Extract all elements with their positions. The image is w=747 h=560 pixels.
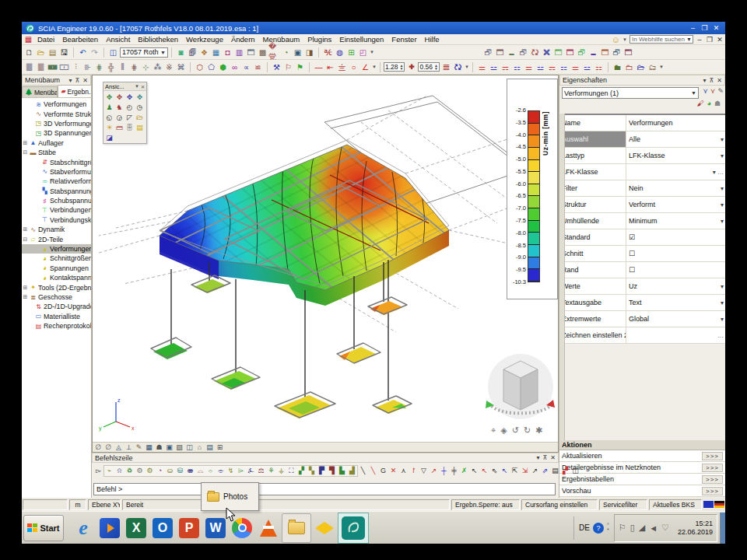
snap-icon[interactable]: ▞ [560, 466, 570, 476]
toolbar-icon[interactable]: ⚎ [500, 61, 511, 73]
toolbar-icon[interactable]: 🀫 [23, 61, 35, 73]
toolbar-icon[interactable]: 🗗 [576, 47, 587, 58]
toolbar-icon[interactable]: ⚍ [581, 61, 593, 73]
toolbar-icon[interactable]: ∞ [229, 61, 240, 73]
toolbar-icon[interactable]: ⚌ [570, 61, 581, 73]
tree-item[interactable]: ⇵ Stabschnittgrößen [22, 157, 91, 166]
toolbar-icon[interactable]: ⬠ [205, 61, 217, 73]
view-tool-icon[interactable]: ♞ [114, 102, 124, 112]
toolbar-icon[interactable]: 🗘 [452, 61, 464, 73]
toolbar-icon[interactable]: 🗘 [529, 47, 541, 58]
pin-icon[interactable]: ⊼ [542, 454, 547, 461]
mdi-child-icon[interactable]: ▦ [23, 34, 33, 44]
taskbar-ie-icon[interactable]: e [70, 515, 96, 541]
tree-item[interactable]: ▚ Stabspannungen [22, 187, 91, 196]
tree-item[interactable]: ⊞ ≣ Geschosse [22, 292, 91, 302]
toolbar-icon[interactable]: 🗔 [245, 47, 257, 58]
property-value[interactable]: Alle [626, 135, 718, 143]
command-icon[interactable]: ▜ [327, 466, 337, 476]
toolbar-icon[interactable]: 🀱 [58, 61, 70, 73]
command-icon[interactable]: ⛶ [286, 466, 296, 476]
toolbar-icon[interactable]: ▤ [47, 47, 58, 58]
menu-item[interactable]: Datei [33, 35, 58, 44]
taskbar-powerpoint-icon[interactable]: P [176, 515, 202, 541]
minimize-button[interactable]: – [688, 24, 698, 33]
toolbar-icon[interactable]: ◘ [222, 47, 233, 58]
command-icon[interactable]: ⚙ [145, 466, 155, 476]
toolbar-icon[interactable]: 🀰 [47, 61, 58, 73]
toolbar-icon[interactable]: — [313, 61, 324, 73]
toolbar-icon[interactable]: ❖ [198, 47, 210, 58]
mdi-restore-button[interactable]: ❐ [706, 35, 714, 44]
toolbar-icon[interactable]: 🗙 [541, 47, 552, 58]
snap-icon[interactable]: ⇲ [520, 466, 530, 476]
snap-icon[interactable]: ↖ [479, 466, 489, 476]
view-tool-icon[interactable]: ◵ [104, 112, 114, 122]
command-icon[interactable]: ⚙ [135, 466, 145, 476]
property-value[interactable]: Global [626, 315, 718, 323]
toolbar-icon[interactable]: ▩ [257, 47, 268, 58]
mdi-minimize-button[interactable]: – [696, 35, 703, 44]
strip-icon[interactable]: ▤ [205, 443, 215, 453]
tree-expander[interactable]: ⊞ [23, 140, 28, 146]
property-row[interactable]: Name Verformungen [559, 115, 725, 131]
menu-item[interactable]: Werkzeuge [182, 35, 227, 44]
toolbar-icon[interactable]: ∝ [240, 61, 252, 73]
toolbar-icon[interactable]: ℀ [322, 47, 334, 58]
taskbar-word-icon[interactable]: W [202, 515, 229, 541]
taskbar-connector-icon[interactable] [311, 515, 338, 541]
menu-item[interactable]: Fenster [388, 35, 420, 44]
nav-icon[interactable]: ✱ [535, 425, 542, 436]
toolbar-icon[interactable]: 🗗 [482, 47, 494, 58]
property-control-mark[interactable]: ▾ [718, 299, 725, 306]
toolbar-icon[interactable]: ◨ [303, 47, 315, 58]
toolbar-icon[interactable]: 🗗 [517, 47, 529, 58]
command-icon[interactable]: ⛂ [185, 466, 195, 476]
property-value[interactable]: ☐ [626, 250, 721, 257]
taskbar-excel-icon[interactable]: X [123, 515, 149, 541]
command-icon[interactable]: ⌔ [205, 466, 216, 476]
taskbar-outlook-icon[interactable]: O [149, 515, 176, 541]
toolbar-icon[interactable]: ∠ [359, 61, 371, 73]
menu-item[interactable]: Bearbeiten [58, 35, 102, 44]
pin-icon[interactable]: ⊼ [709, 77, 714, 84]
status-bks[interactable]: Aktuelles BKS [649, 499, 702, 510]
toolbar-icon[interactable]: ⚍ [535, 61, 546, 73]
menu-item[interactable]: Ansicht [102, 35, 134, 44]
property-control-mark[interactable]: ▾ [718, 136, 725, 143]
toolbar-icon[interactable]: ⊪ [82, 61, 93, 73]
menu-item[interactable]: Ändern [227, 35, 259, 44]
property-row[interactable]: Auswahl Alle ▾ [559, 131, 725, 148]
toolbar-icon[interactable]: ⚏ [511, 61, 523, 73]
toolbar-icon[interactable]: ⬡ [194, 61, 205, 73]
command-icon[interactable]: ⍼ [246, 466, 256, 476]
command-icon[interactable]: ⌲ [236, 466, 246, 476]
tree-item[interactable]: ≂ Relativverformung [22, 177, 91, 186]
property-control-mark[interactable]: ▾ [718, 201, 725, 208]
command-icon[interactable]: ⌁ [104, 466, 114, 476]
tray-phone-icon[interactable]: ▯ [630, 523, 635, 533]
property-row[interactable]: Zeichnen einstellen 2D … [559, 327, 725, 344]
strip-icon[interactable]: ▨ [174, 443, 184, 453]
menu-item[interactable]: Hilfe [421, 35, 444, 44]
action-item[interactable]: Ergebnistabellen >>> [559, 474, 725, 485]
toolbar-icon[interactable]: 〨 [336, 61, 348, 73]
toolbar-icon[interactable]: 🗗 [611, 47, 622, 58]
tray-flag-icon[interactable]: ⚐ [619, 523, 626, 533]
toolbar-icon[interactable]: 🗀 [623, 61, 635, 73]
tree-item[interactable]: ⊟ ▱ 2D-Teile [22, 234, 91, 243]
toolbar-icon[interactable]: ⌘ [175, 61, 187, 73]
tray-heart-icon[interactable]: ♡ [661, 523, 669, 533]
toolbar-icon[interactable]: 🗕 [506, 47, 517, 58]
dropdown-icon[interactable]: ▾ [703, 77, 706, 84]
toolbar-icon[interactable]: ⚍ [488, 61, 500, 73]
toolbar-icon[interactable]: ▣ [292, 47, 303, 58]
navigation-cube[interactable] [486, 354, 555, 419]
property-control-mark[interactable]: ▾ [718, 185, 725, 192]
strip-icon[interactable]: ⌂ [195, 443, 205, 453]
dropdown-icon[interactable]: ▾ [68, 77, 72, 84]
tree-item[interactable]: ∿ Verformte Struktur [22, 109, 91, 118]
tree-item[interactable]: ◕ Kontaktspannungen [22, 273, 91, 282]
property-control-mark[interactable]: ▾ [718, 316, 725, 323]
strip-icon[interactable]: ◬ [114, 443, 124, 453]
